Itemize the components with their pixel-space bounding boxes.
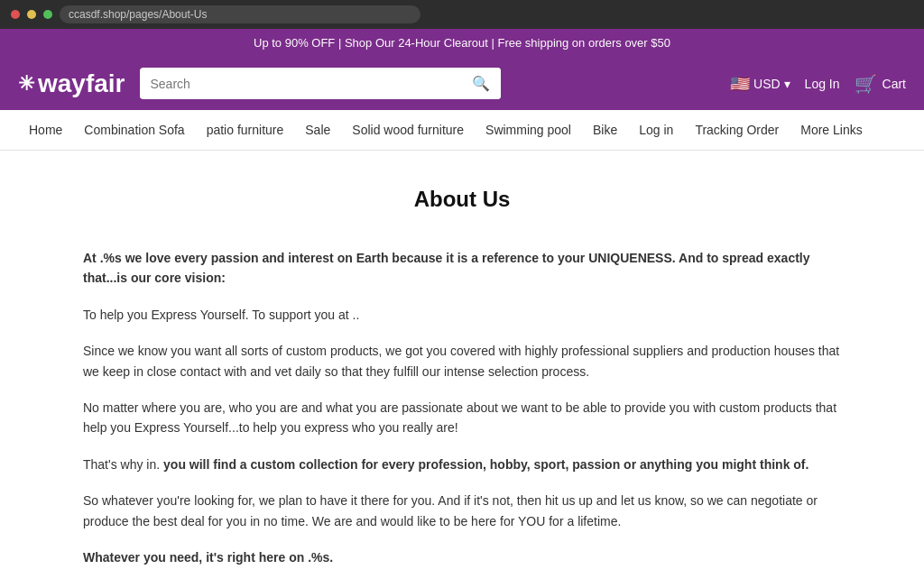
nav-item-patio-furniture[interactable]: patio furniture [196, 110, 295, 150]
main-nav: Home Combination Sofa patio furniture Sa… [0, 110, 924, 151]
nav-item-home[interactable]: Home [18, 110, 73, 150]
cart-label: Cart [882, 77, 906, 91]
logo-icon: ✳ [18, 72, 34, 96]
header-right: 🇺🇸 USD ▾ Log In 🛒 Cart [730, 73, 906, 95]
nav-item-solid-wood[interactable]: Solid wood furniture [341, 110, 475, 150]
about-paragraph-3: Since we know you want all sorts of cust… [83, 341, 841, 381]
nav-item-sale[interactable]: Sale [294, 110, 341, 150]
browser-dot-red [11, 10, 20, 19]
logo[interactable]: ✳ wayfair [18, 69, 125, 98]
about-paragraph-2-text: To help you Express Yourself. To support… [83, 308, 359, 322]
announcement-text: Up to 90% OFF | Shop Our 24-Hour Clearou… [254, 36, 670, 50]
announcement-bar: Up to 90% OFF | Shop Our 24-Hour Clearou… [0, 29, 924, 57]
search-input[interactable] [140, 69, 461, 98]
about-paragraph-5-plain: That's why in. [83, 457, 163, 472]
login-button[interactable]: Log In [805, 77, 840, 91]
browser-bar: ccasdf.shop/pages/About-Us [0, 0, 924, 29]
logo-text: wayfair [38, 69, 125, 98]
nav-item-login[interactable]: Log in [628, 110, 684, 150]
page-title: About Us [83, 187, 841, 212]
main-content: About Us At .%s we love every passion an… [56, 151, 868, 588]
cart-button[interactable]: 🛒 Cart [855, 73, 906, 95]
header: ✳ wayfair 🔍 🇺🇸 USD ▾ Log In 🛒 Cart [0, 57, 924, 110]
about-body: At .%s we love every passion and interes… [83, 248, 841, 567]
browser-url-bar[interactable]: ccasdf.shop/pages/About-Us [60, 5, 420, 23]
about-paragraph-6-text: So whatever you're looking for, we plan … [83, 493, 818, 528]
about-paragraph-1-text: At .%s we love every passion and interes… [83, 251, 810, 285]
about-paragraph-3-text: Since we know you want all sorts of cust… [83, 344, 839, 378]
currency-selector[interactable]: 🇺🇸 USD ▾ [730, 74, 790, 94]
about-paragraph-7-text: Whatever you need, it's right here on .%… [83, 550, 333, 565]
nav-item-bike[interactable]: Bike [582, 110, 628, 150]
about-paragraph-6: So whatever you're looking for, we plan … [83, 491, 841, 531]
about-paragraph-5: That's why in. you will find a custom co… [83, 455, 841, 474]
search-bar: 🔍 [140, 68, 501, 99]
nav-item-more-links[interactable]: More Links [790, 110, 873, 150]
about-paragraph-4-text: No matter where you are, who you are and… [83, 400, 836, 435]
cart-icon: 🛒 [855, 73, 877, 95]
currency-chevron-icon: ▾ [784, 77, 790, 91]
about-paragraph-1: At .%s we love every passion and interes… [83, 248, 841, 289]
nav-item-tracking-order[interactable]: Tracking Order [684, 110, 790, 150]
search-button[interactable]: 🔍 [461, 68, 501, 99]
nav-item-swimming-pool[interactable]: Swimming pool [475, 110, 582, 150]
browser-dot-yellow [27, 10, 36, 19]
about-paragraph-5-bold: you will find a custom collection for ev… [163, 457, 808, 472]
about-paragraph-2: To help you Express Yourself. To support… [83, 305, 841, 325]
flag-icon: 🇺🇸 [730, 74, 750, 94]
nav-item-combination-sofa[interactable]: Combination Sofa [73, 110, 195, 150]
currency-label: USD [753, 77, 781, 91]
about-paragraph-4: No matter where you are, who you are and… [83, 398, 841, 438]
about-paragraph-7: Whatever you need, it's right here on .%… [83, 547, 841, 567]
browser-dot-green [43, 10, 52, 19]
